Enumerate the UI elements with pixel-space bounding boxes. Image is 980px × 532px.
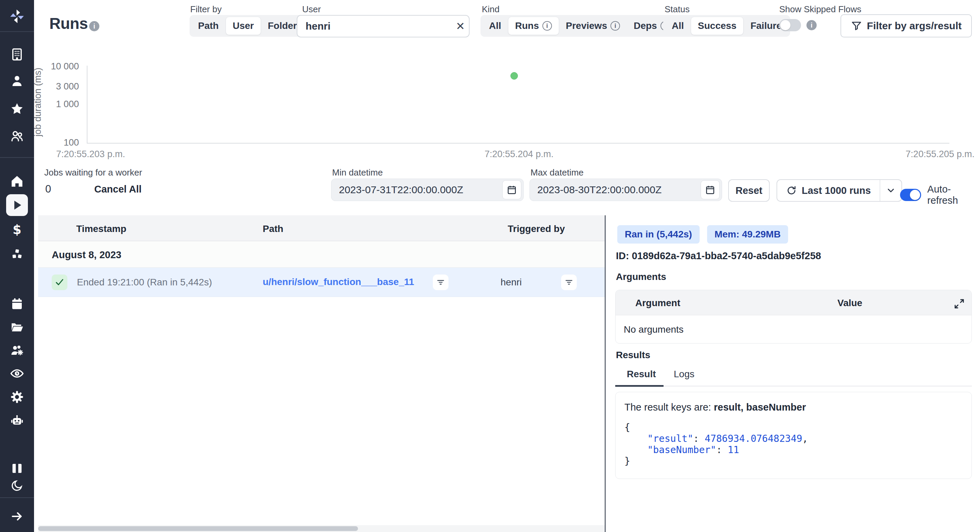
- status-segmented: All Success Failure: [663, 15, 790, 37]
- kind-segmented: All Runsi Previewsi Depsi: [480, 15, 679, 37]
- user-label: User: [302, 4, 321, 14]
- cancel-all-button[interactable]: Cancel All: [94, 184, 142, 195]
- arguments-empty-row: No arguments: [616, 315, 972, 343]
- filter-by-path-button[interactable]: Path: [191, 17, 226, 35]
- filter-by-user-button[interactable]: User: [226, 17, 261, 35]
- tab-result[interactable]: Result: [627, 369, 656, 380]
- expand-icon[interactable]: [953, 298, 966, 312]
- auto-refresh-label: Auto-refresh: [927, 184, 980, 206]
- sidebar-item-groups[interactable]: [6, 125, 28, 147]
- reset-button[interactable]: Reset: [728, 179, 770, 202]
- sidebar-item-audit-eye-icon[interactable]: [6, 363, 28, 384]
- last-runs-dropdown-button[interactable]: [880, 180, 901, 201]
- toggle-knob: [910, 190, 920, 200]
- arguments-table: Argument Value No arguments: [615, 290, 972, 343]
- sidebar-item-runs-active[interactable]: [6, 194, 28, 216]
- sidebar-item-home[interactable]: [6, 170, 28, 192]
- sidebar-expand-arrow-icon[interactable]: [6, 505, 28, 527]
- show-skipped-info-icon[interactable]: i: [807, 20, 817, 30]
- sidebar-divider: [0, 497, 34, 498]
- runs-info-icon[interactable]: i: [89, 21, 99, 31]
- page-title: Runs: [49, 14, 88, 33]
- max-datetime-input[interactable]: Max datetime 2023-08-30T22:00:00.000Z: [530, 179, 722, 201]
- auto-refresh-group: Auto-refresh: [900, 184, 980, 206]
- runs-page: $: [0, 0, 980, 532]
- success-check-icon: [52, 275, 67, 290]
- memory-badge: Mem: 49.29MB: [707, 225, 788, 243]
- tab-logs[interactable]: Logs: [674, 369, 695, 380]
- ran-in-badge: Ran in (5,442s): [617, 225, 700, 243]
- y-tick: 100: [38, 137, 79, 148]
- last-runs-split-button: Last 1000 runs: [776, 179, 902, 202]
- status-success-button[interactable]: Success: [691, 17, 744, 35]
- result-json: { "result": 4786934.076482349, "baseNumb…: [624, 422, 963, 467]
- results-tabs: Result Logs: [615, 367, 972, 386]
- filter-lines-icon: [436, 278, 445, 287]
- calendar-icon[interactable]: [701, 180, 720, 199]
- row-path-link[interactable]: u/henri/slow_function___base_11: [263, 276, 414, 287]
- sidebar-item-workers-users-gear-icon[interactable]: [6, 340, 28, 361]
- show-skipped-label: Show Skipped Flows: [779, 4, 861, 14]
- results-heading: Results: [616, 350, 650, 360]
- svg-text:$: $: [13, 223, 21, 237]
- windmill-logo-icon[interactable]: [6, 5, 28, 27]
- calendar-icon[interactable]: [502, 180, 521, 199]
- col-value: Value: [837, 298, 862, 308]
- user-input[interactable]: [298, 21, 452, 32]
- kind-previews-info-icon[interactable]: i: [611, 21, 620, 31]
- status-label: Status: [665, 4, 690, 14]
- jobs-waiting-count: 0: [45, 183, 51, 195]
- run-id: ID: 0189d62a-79a1-bba2-5740-a5dab9e5f258: [616, 250, 821, 262]
- horizontal-scrollbar[interactable]: [38, 525, 605, 532]
- sidebar-item-resources-cubes-icon[interactable]: [6, 243, 28, 265]
- result-summary: The result keys are: result, baseNumber: [624, 402, 963, 413]
- run-data-point[interactable]: [511, 72, 518, 79]
- sidebar-item-schedules-calendar-icon[interactable]: [6, 293, 28, 315]
- kind-previews-button[interactable]: Previewsi: [559, 17, 627, 35]
- status-all-button[interactable]: All: [665, 17, 691, 35]
- date-group-row: August 8, 2023: [38, 241, 605, 268]
- sidebar-item-ai-robot-icon[interactable]: [6, 410, 28, 431]
- sidebar-item-folders-icon[interactable]: [6, 316, 28, 338]
- y-tick: 3 000: [38, 81, 79, 92]
- table-header: Timestamp Path Triggered by: [38, 215, 605, 241]
- filter-by-segmented: Path User Folder: [189, 15, 305, 37]
- result-box: The result keys are: result, baseNumber …: [615, 392, 972, 479]
- show-skipped-toggle[interactable]: [779, 19, 801, 31]
- toggle-knob: [780, 20, 791, 30]
- sidebar-item-darkmode-moon-icon[interactable]: [6, 475, 28, 497]
- sidebar-item-variables-dollar-icon[interactable]: $: [6, 219, 28, 241]
- col-path: Path: [263, 224, 283, 234]
- jobs-waiting-label: Jobs waiting for a worker: [44, 167, 142, 178]
- x-tick: 7:20:55.204 p.m.: [485, 149, 554, 160]
- auto-refresh-toggle[interactable]: [900, 189, 921, 201]
- runs-table: Timestamp Path Triggered by August 8, 20…: [38, 215, 605, 297]
- active-tab-underline: [615, 385, 663, 387]
- kind-runs-button[interactable]: Runsi: [508, 17, 559, 35]
- last-runs-button[interactable]: Last 1000 runs: [777, 180, 880, 201]
- filter-by-user-pill[interactable]: [561, 275, 577, 290]
- filter-args-result-button[interactable]: Filter by args/result: [840, 14, 972, 37]
- user-input-wrap: ✕: [297, 15, 469, 37]
- filter-by-path-pill[interactable]: [433, 275, 449, 290]
- table-row[interactable]: Ended 19:21:00 (Ran in 5,442s) u/henri/s…: [38, 268, 605, 297]
- min-datetime-label: Min datetime: [332, 167, 383, 178]
- x-tick: 7:20:55.205 p.m.: [905, 149, 975, 160]
- panel-divider[interactable]: [605, 215, 606, 532]
- funnel-icon: [851, 20, 862, 32]
- min-datetime-input[interactable]: Min datetime 2023-07-31T22:00:00.000Z: [331, 179, 524, 201]
- col-timestamp: Timestamp: [76, 224, 126, 234]
- sidebar-item-settings-gear-icon[interactable]: [6, 386, 28, 408]
- max-datetime-label: Max datetime: [530, 167, 584, 178]
- sidebar-item-workspace[interactable]: [6, 43, 28, 65]
- kind-label: Kind: [482, 4, 500, 14]
- sidebar-item-user[interactable]: [6, 70, 28, 92]
- kind-runs-info-icon[interactable]: i: [542, 21, 552, 31]
- sidebar-item-favorites-star-icon[interactable]: [6, 98, 28, 120]
- kind-all-button[interactable]: All: [482, 17, 508, 35]
- clear-user-x-icon[interactable]: ✕: [452, 20, 469, 33]
- col-argument: Argument: [635, 298, 680, 308]
- filter-by-label: Filter by: [190, 4, 221, 14]
- scrollbar-thumb[interactable]: [38, 526, 358, 531]
- sidebar-divider: [0, 157, 34, 158]
